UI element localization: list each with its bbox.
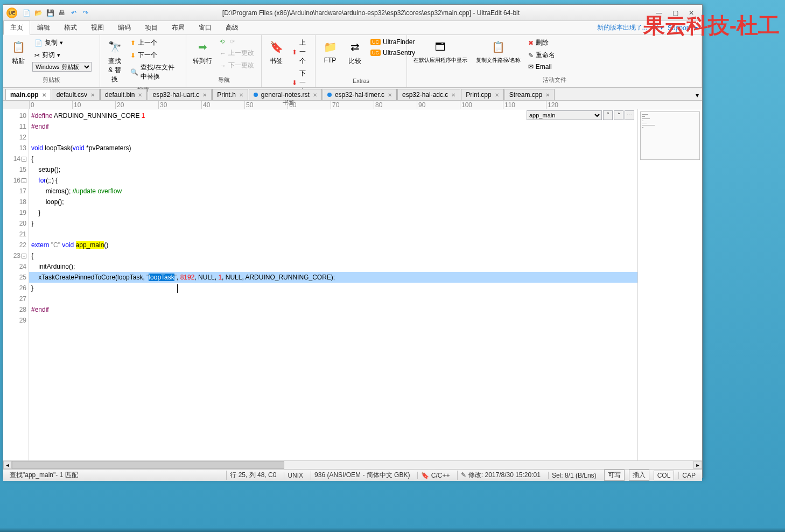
rename-icon: ✎ [528, 52, 534, 59]
bookmark-icon: 🔖 [268, 38, 285, 55]
minimap[interactable]: ▬▬▬▬▬▬▬▬▬▬▬▬▬▬▬▬▬▬▬▬▬▬▬▬ [640, 111, 700, 160]
nav-fwd-button[interactable]: ⟳ [228, 37, 237, 46]
scroll-track[interactable] [12, 461, 693, 469]
delete-button[interactable]: ✖删除 [526, 37, 557, 48]
code-editor[interactable]: app_main ˅ ˄ ⋯ #define ARDUINO_RUNNING_C… [29, 109, 637, 460]
file-tab[interactable]: general-notes.rst✕ [249, 89, 322, 100]
file-tab[interactable]: Stream.cpp✕ [504, 89, 555, 100]
tab-overflow-button[interactable]: ▾ [692, 90, 702, 100]
function-select[interactable]: app_main [527, 110, 602, 120]
group-label-nav: 导航 [190, 75, 258, 85]
close-icon[interactable]: ✕ [545, 92, 550, 98]
next-change-button[interactable]: →下一更改 [218, 60, 256, 71]
maximize-button[interactable]: ▢ [668, 8, 683, 18]
file-tab[interactable]: esp32-hal-uart.c✕ [148, 89, 212, 100]
app-icon[interactable]: UE [6, 8, 17, 18]
close-icon[interactable]: ✕ [388, 92, 392, 98]
menu-tab-advanced[interactable]: 高级 [219, 20, 246, 35]
find-replace-button[interactable]: 🔭 查找 & 替换 [103, 37, 126, 85]
rename-button[interactable]: ✎重命名 [526, 50, 557, 61]
left-arrow-icon: ← [220, 50, 226, 57]
compare-button[interactable]: ⇄ 比较 [344, 37, 366, 67]
menu-tab-view[interactable]: 视图 [84, 20, 111, 35]
prev-change-button[interactable]: ←上一更改 [218, 47, 256, 59]
email-icon: ✉ [528, 63, 534, 71]
file-tab[interactable]: default.csv✕ [52, 89, 100, 100]
func-down-button[interactable]: ˅ [603, 110, 613, 120]
undo-icon[interactable]: ↶ [69, 8, 79, 18]
clipboard-select[interactable]: Windows 剪贴板 [32, 62, 92, 72]
close-icon[interactable]: ✕ [202, 92, 207, 98]
update-notice[interactable]: 新的版本出现了... [597, 23, 648, 32]
horizontal-scrollbar[interactable]: ◄ ► [3, 460, 702, 469]
ftp-button[interactable]: 📁 FTP [319, 37, 341, 65]
cut-button[interactable]: ✂剪切 ▾ [32, 50, 92, 61]
status-readwrite[interactable]: 可写 [604, 470, 625, 481]
find-in-files-button[interactable]: 🔍查找/在文件中替换 [128, 62, 183, 82]
status-find-result: 查找"app_main"- 1 匹配 [6, 471, 222, 480]
fold-icon[interactable]: - [22, 254, 26, 258]
close-icon[interactable]: ✕ [451, 92, 455, 98]
status-line-ending[interactable]: UNIX [284, 472, 306, 479]
support-dropdown-icon[interactable]: ▾ [695, 24, 698, 32]
modified-dot-icon [254, 93, 258, 97]
menu-tab-project[interactable]: 项目 [138, 20, 165, 35]
status-cursor-pos: 行 25, 列 48, C0 [226, 471, 279, 480]
close-icon[interactable]: ✕ [495, 92, 499, 98]
status-insert-mode[interactable]: 插入 [629, 470, 649, 481]
bookmark-prev-button[interactable]: ⬆上一个 [290, 37, 312, 67]
paste-button[interactable]: 📋 粘贴 [6, 37, 30, 67]
scroll-left-button[interactable]: ◄ [3, 461, 12, 469]
help-icon[interactable]: ⓘ ▾ [652, 23, 663, 32]
menu-tab-edit[interactable]: 编辑 [30, 20, 57, 35]
window-title: [D:\Program Files (x86)\Arduino\hardware… [90, 9, 651, 17]
menu-tab-window[interactable]: 窗口 [192, 20, 219, 35]
menu-tab-format[interactable]: 格式 [57, 20, 84, 35]
file-tab[interactable]: default.bin✕ [100, 89, 147, 100]
menu-tab-home[interactable]: 主页 [3, 20, 30, 35]
copy-path-button[interactable]: 📋 复制文件路径/名称 [473, 37, 524, 65]
goto-line-button[interactable]: ➡ 转到行 [190, 37, 215, 67]
menu-tab-layout[interactable]: 布局 [165, 20, 192, 35]
close-icon[interactable]: ✕ [138, 92, 142, 98]
scroll-thumb[interactable] [12, 461, 284, 469]
nav-back-button[interactable]: ⟲ [218, 37, 227, 46]
search-files-icon: 🔍 [130, 68, 138, 76]
minimize-button[interactable]: — [651, 8, 667, 18]
email-button[interactable]: ✉Email [526, 62, 557, 72]
status-column-mode[interactable]: COL [654, 471, 675, 480]
save-icon[interactable]: 💾 [45, 8, 55, 18]
copy-path-icon: 📋 [489, 38, 507, 55]
file-tab[interactable]: Print.h✕ [212, 89, 248, 100]
close-icon[interactable]: ✕ [239, 92, 243, 98]
new-file-icon[interactable]: 📄 [22, 8, 31, 18]
file-tab[interactable]: Print.cpp✕ [461, 89, 503, 100]
fold-icon[interactable]: - [22, 178, 26, 183]
menu-tab-encoding[interactable]: 编码 [111, 20, 138, 35]
open-file-icon[interactable]: 📂 [33, 8, 43, 18]
up-arrow-icon: ⬆ [130, 39, 136, 47]
close-icon[interactable]: ✕ [313, 92, 317, 98]
status-language[interactable]: 🔖 C/C++ [417, 472, 453, 479]
copy-button[interactable]: 📄复制 ▾ [32, 37, 92, 48]
func-up-button[interactable]: ˄ [614, 110, 623, 120]
file-tab[interactable]: esp32-hal-adc.c✕ [397, 89, 460, 100]
open-default-button[interactable]: 🗔 在默认应用程序中显示 [410, 37, 471, 65]
close-icon[interactable]: ✕ [90, 92, 95, 98]
close-icon[interactable]: ✕ [42, 92, 46, 98]
find-next-button[interactable]: ⬇下一个 [128, 50, 183, 61]
redo-icon[interactable]: ↷ [81, 8, 90, 18]
support-link[interactable]: Support [668, 24, 690, 32]
scroll-right-button[interactable]: ► [693, 461, 702, 469]
save-all-icon[interactable]: 🖶 [57, 8, 67, 18]
bookmark-button[interactable]: 🔖 书签 [265, 37, 288, 67]
close-button[interactable]: ✕ [684, 8, 699, 18]
file-tab-main[interactable]: main.cpp✕ [5, 89, 51, 100]
status-codepage[interactable]: 936 (ANSI/OEM - 简体中文 GBK) [311, 471, 413, 480]
fold-icon[interactable]: - [22, 157, 26, 162]
minimap-panel: ▬▬▬▬▬▬▬▬▬▬▬▬▬▬▬▬▬▬▬▬▬▬▬▬ [637, 109, 702, 460]
compare-icon: ⇄ [346, 38, 363, 55]
func-list-button[interactable]: ⋯ [625, 110, 634, 120]
file-tab[interactable]: esp32-hal-timer.c✕ [323, 89, 397, 100]
find-prev-button[interactable]: ⬆上一个 [128, 37, 183, 48]
